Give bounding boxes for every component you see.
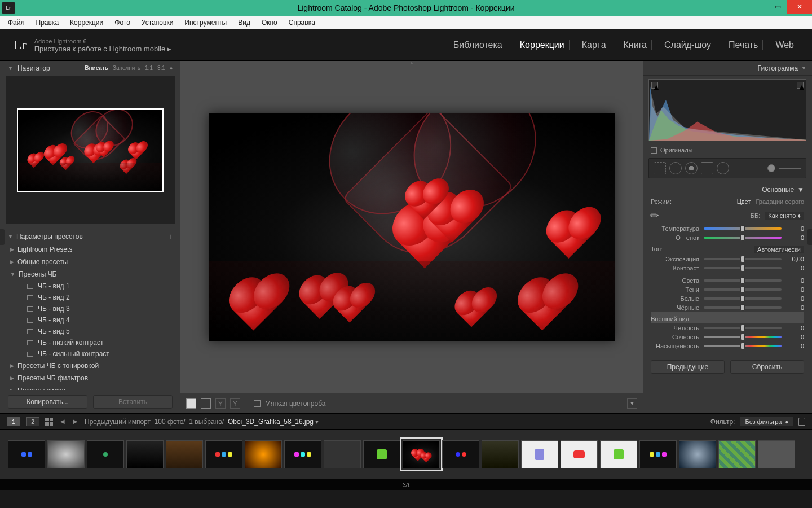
slider-blacks[interactable]: Чёрные0 bbox=[651, 303, 804, 312]
thumbnail[interactable] bbox=[47, 440, 85, 468]
redeye-tool-icon[interactable] bbox=[685, 162, 698, 174]
after-y-icon[interactable]: Y bbox=[230, 398, 240, 409]
thumbnail[interactable] bbox=[126, 440, 164, 468]
grid-view-icon[interactable] bbox=[45, 418, 53, 426]
thumbnail[interactable] bbox=[363, 440, 400, 468]
menu-view[interactable]: Вид bbox=[233, 17, 255, 28]
thumbnail[interactable] bbox=[718, 440, 756, 468]
menu-develop[interactable]: Коррекции bbox=[65, 17, 108, 28]
thumbnail[interactable] bbox=[521, 440, 558, 468]
module-library[interactable]: Библиотека bbox=[449, 40, 508, 50]
before-after-icon[interactable] bbox=[201, 398, 211, 409]
preset-item[interactable]: ЧБ - вид 2 bbox=[6, 292, 175, 303]
menu-window[interactable]: Окно bbox=[257, 17, 282, 28]
module-map[interactable]: Карта bbox=[577, 40, 611, 50]
filmstrip[interactable] bbox=[0, 429, 812, 479]
gradient-tool-icon[interactable] bbox=[701, 162, 713, 174]
nav-forward-icon[interactable]: ► bbox=[72, 417, 79, 426]
menu-edit[interactable]: Правка bbox=[32, 17, 64, 28]
thumbnail[interactable] bbox=[324, 440, 361, 468]
preset-folder[interactable]: ▶Пресеты ЧБ с тонировкой bbox=[6, 360, 175, 372]
thumbnail[interactable] bbox=[639, 440, 677, 468]
preset-item[interactable]: ЧБ - вид 5 bbox=[6, 326, 175, 337]
thumbnail[interactable] bbox=[561, 440, 598, 468]
slider-contrast[interactable]: Контраст0 bbox=[651, 264, 804, 273]
module-slideshow[interactable]: Слайд-шоу bbox=[660, 40, 716, 50]
slider-tint[interactable]: Оттенок0 bbox=[651, 233, 804, 242]
auto-tone-button[interactable]: Автоматически bbox=[754, 246, 804, 253]
module-print[interactable]: Печать bbox=[724, 40, 763, 50]
thumbnail-selected[interactable] bbox=[403, 440, 440, 468]
wb-dropdown[interactable]: Как снято ♦ bbox=[765, 212, 804, 220]
eyedropper-icon[interactable]: ✎ bbox=[647, 208, 662, 223]
loupe-view-icon[interactable] bbox=[186, 398, 196, 409]
monitor-1-button[interactable]: 1 bbox=[7, 417, 20, 426]
copy-button[interactable]: Копировать... bbox=[8, 395, 87, 409]
filter-lock-icon[interactable] bbox=[798, 418, 805, 426]
preset-item[interactable]: ЧБ - вид 1 bbox=[6, 281, 175, 292]
preset-item[interactable]: ЧБ - сильный контраст bbox=[6, 348, 175, 360]
softproof-checkbox[interactable] bbox=[254, 400, 261, 407]
thumbnail[interactable] bbox=[482, 440, 519, 468]
zoom-1to1[interactable]: 1:1 bbox=[145, 65, 153, 71]
slider-highlights[interactable]: Света0 bbox=[651, 276, 804, 285]
navigator-header[interactable]: ▼ Навигатор Вписать Заполнить 1:1 3:1 ♦ bbox=[6, 61, 175, 75]
nav-back-icon[interactable]: ◄ bbox=[59, 417, 66, 426]
spot-tool-icon[interactable] bbox=[669, 162, 682, 174]
treatment-bw[interactable]: Градации серого bbox=[756, 198, 805, 205]
maximize-button[interactable]: ▭ bbox=[768, 0, 787, 14]
brush-size-slider[interactable] bbox=[779, 168, 801, 169]
preset-folder[interactable]: ▶Пресеты ЧБ фильтров bbox=[6, 372, 175, 384]
module-book[interactable]: Книга bbox=[619, 40, 652, 50]
slider-shadows[interactable]: Тени0 bbox=[651, 285, 804, 294]
slider-saturation[interactable]: Насыщенность0 bbox=[651, 341, 804, 351]
thumbnail[interactable] bbox=[284, 440, 321, 468]
checkbox-icon[interactable] bbox=[651, 147, 657, 154]
monitor-2-button[interactable]: 2 bbox=[26, 417, 39, 426]
module-develop[interactable]: Коррекции bbox=[515, 40, 570, 50]
preset-folder[interactable]: ▶Пресеты видео bbox=[6, 384, 175, 390]
breadcrumb[interactable]: Предыдущий импорт 100 фото/ 1 выбрано/ O… bbox=[85, 418, 319, 426]
menu-file[interactable]: Файл bbox=[3, 17, 29, 28]
slider-clarity[interactable]: Четкость0 bbox=[651, 323, 804, 332]
thumbnail[interactable] bbox=[166, 440, 203, 468]
add-preset-icon[interactable]: + bbox=[168, 232, 173, 241]
brand-sub[interactable]: Приступая к работе с Lightroom mobile ▸ bbox=[34, 45, 171, 53]
module-web[interactable]: Web bbox=[771, 40, 798, 50]
originals-row[interactable]: Оригиналы bbox=[643, 144, 812, 156]
crop-tool-icon[interactable] bbox=[654, 162, 666, 174]
preset-item[interactable]: ЧБ - низкий контраст bbox=[6, 337, 175, 348]
paste-button[interactable]: Вставить bbox=[93, 395, 173, 409]
histogram[interactable]: ▲ ▲ bbox=[648, 79, 806, 141]
presets-header[interactable]: ▼Параметры пресетов + bbox=[6, 229, 175, 243]
previous-button[interactable]: Предыдущие bbox=[651, 360, 725, 374]
slider-temperature[interactable]: Температура0 bbox=[651, 224, 804, 233]
navigator-preview[interactable] bbox=[6, 76, 175, 224]
before-y-icon[interactable]: Y bbox=[215, 398, 226, 409]
zoom-3to1[interactable]: 3:1 bbox=[157, 65, 165, 71]
preset-item[interactable]: ЧБ - вид 3 bbox=[6, 303, 175, 314]
reset-button[interactable]: Сбросить bbox=[730, 360, 804, 374]
thumbnail[interactable] bbox=[205, 440, 242, 468]
slider-whites[interactable]: Белые0 bbox=[651, 294, 804, 303]
zoom-fill[interactable]: Заполнить bbox=[113, 65, 140, 71]
preset-folder[interactable]: ▼Пресеты ЧБ bbox=[6, 268, 175, 281]
zoom-menu-icon[interactable]: ♦ bbox=[170, 65, 173, 71]
toolbar-menu-icon[interactable]: ▼ bbox=[627, 398, 637, 409]
slider-exposure[interactable]: Экспозиция0,00 bbox=[651, 255, 804, 264]
histogram-header[interactable]: Гистограмма ▼ bbox=[643, 61, 812, 76]
menu-help[interactable]: Справка bbox=[284, 17, 320, 28]
minimize-button[interactable]: — bbox=[749, 0, 768, 14]
left-panel-grip[interactable] bbox=[0, 229, 5, 245]
preset-item[interactable]: ЧБ - вид 4 bbox=[6, 314, 175, 326]
thumbnail[interactable] bbox=[679, 440, 716, 468]
close-button[interactable]: ✕ bbox=[787, 0, 812, 14]
thumbnail[interactable] bbox=[600, 440, 637, 468]
basic-header[interactable]: Основные▼ bbox=[651, 183, 804, 196]
menu-settings[interactable]: Установки bbox=[137, 17, 178, 28]
thumbnail[interactable] bbox=[758, 440, 795, 468]
treatment-color[interactable]: Цвет bbox=[737, 198, 751, 205]
filter-dropdown[interactable]: Без фильтра ♦ bbox=[740, 417, 793, 426]
zoom-fit[interactable]: Вписать bbox=[85, 65, 108, 71]
menu-photo[interactable]: Фото bbox=[110, 17, 135, 28]
